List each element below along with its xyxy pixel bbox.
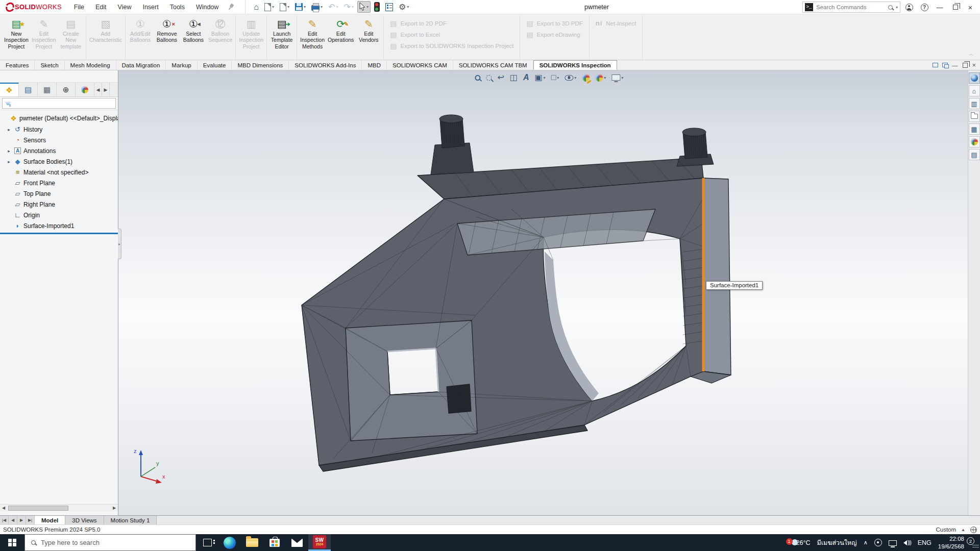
tree-item-history[interactable]: ▸↺History (0, 124, 118, 135)
graphics-viewport[interactable]: ↩◫A▣▾□▾▾▾▾ (118, 70, 968, 515)
solidworks-resources-button[interactable] (969, 72, 980, 84)
tab-solidworks-add-ins[interactable]: SOLIDWORKS Add-Ins (289, 60, 362, 70)
edit-operations-button[interactable]: ⟳✎Edit Operations (326, 16, 355, 43)
tab-solidworks-cam-tbm[interactable]: SOLIDWORKS CAM TBM (453, 60, 533, 70)
remove-balloons-button[interactable]: ①×Remove Balloons (154, 16, 180, 43)
tree-item-root[interactable]: ❖pwmeter (Default) <<Default>_Display (0, 112, 118, 124)
cascade-window-icon[interactable] (942, 63, 948, 67)
custom-properties-button[interactable]: ▤ (969, 149, 980, 160)
scroll-left-icon[interactable]: ◀ (0, 505, 7, 511)
3d-model[interactable] (118, 70, 968, 515)
expand-icon[interactable]: ▸ (6, 148, 12, 154)
tab-mbd-dimensions[interactable]: MBD Dimensions (232, 60, 289, 70)
bottom-tab-motion-study-1[interactable]: Motion Study 1 (104, 516, 157, 524)
edge-button[interactable] (218, 534, 241, 551)
bottom-tab-3d-views[interactable]: 3D Views (65, 516, 104, 524)
minimize-button[interactable]: — (933, 1, 946, 13)
scrollbar-thumb[interactable] (8, 506, 68, 511)
task-view-button[interactable] (196, 534, 218, 551)
home-button[interactable]: ⌂ (969, 85, 980, 96)
model-slot[interactable] (447, 384, 471, 413)
model-right-panel[interactable] (703, 178, 731, 375)
first-tab-icon[interactable]: |◀ (0, 516, 9, 524)
new-inspection-project-button[interactable]: ▤★New Inspection Project (3, 16, 30, 49)
model-knob-right[interactable] (677, 128, 714, 166)
hide-show-items-button[interactable]: ▾ (563, 74, 578, 82)
restore-button[interactable] (948, 1, 962, 13)
menu-edit[interactable]: Edit (90, 1, 112, 13)
prev-tab-icon[interactable]: ◀ (9, 516, 17, 524)
expand-icon[interactable]: ▸ (6, 159, 12, 164)
annotation-views-button[interactable]: A (522, 72, 531, 83)
pin-icon[interactable] (226, 2, 235, 11)
tree-filter-input[interactable] (2, 98, 116, 109)
launch-template-editor-button[interactable]: ▤➔Launch Template Editor (268, 16, 295, 49)
fm-tabs-scroll-left-icon[interactable]: ◀ (94, 83, 102, 96)
custom-view-label[interactable]: Custom (936, 527, 956, 533)
taskbar-search-box[interactable]: Type here to search (24, 534, 196, 551)
last-tab-icon[interactable]: ▶| (26, 516, 35, 524)
fm-tab-configuration-manager[interactable]: ▦ (38, 83, 57, 96)
apply-scene-button[interactable]: ▾ (594, 73, 607, 83)
help-button[interactable]: ? (918, 1, 931, 13)
design-library-button[interactable]: ▥ (969, 98, 980, 109)
tab-sketch[interactable]: Sketch (35, 60, 64, 70)
panel-splitter-handle[interactable]: ▸ (118, 229, 121, 259)
tab-evaluate[interactable]: Evaluate (198, 60, 232, 70)
section-view-button[interactable]: ◫ (508, 72, 519, 83)
solidworks-taskbar-button[interactable]: SW2024 (308, 534, 331, 551)
language-indicator[interactable]: ENG (918, 539, 932, 546)
tree-item-right-plane[interactable]: ▱Right Plane (0, 199, 118, 210)
options-button[interactable]: ⚙▾ (397, 2, 411, 13)
tab-mesh-modeling[interactable]: Mesh Modeling (65, 60, 116, 70)
fm-tab-part[interactable]: ❖ (0, 83, 19, 96)
select-balloons-button[interactable]: ①◄Select Balloons (180, 16, 207, 43)
zoom-fit-button[interactable] (473, 74, 482, 82)
doc-restore-button[interactable] (963, 63, 968, 68)
tab-mbd[interactable]: MBD (362, 60, 387, 70)
tree-item-surface-bodies-1[interactable]: ▸◆Surface Bodies(1) (0, 156, 118, 167)
clock[interactable]: 22:08 19/6/2568 (938, 535, 964, 550)
appearances-button[interactable] (969, 136, 980, 147)
properties-button[interactable] (383, 2, 395, 13)
expand-icon[interactable]: ▸ (6, 127, 12, 132)
tree-item-origin[interactable]: ∟Origin (0, 210, 118, 220)
tab-solidworks-cam[interactable]: SOLIDWORKS CAM (387, 60, 453, 70)
display-style-button[interactable]: □▾ (550, 72, 561, 83)
dropdown-icon[interactable]: ▾ (621, 76, 623, 80)
dropdown-icon[interactable]: ▾ (574, 76, 576, 80)
account-button[interactable] (902, 1, 916, 13)
dropdown-icon[interactable]: ▾ (544, 76, 546, 80)
globe-icon[interactable] (970, 527, 977, 533)
split-window-icon[interactable] (933, 63, 938, 67)
view-settings-button[interactable]: ▾ (610, 73, 625, 82)
menu-insert[interactable]: Insert (137, 1, 163, 13)
search-icon[interactable] (888, 5, 893, 10)
dropdown-icon[interactable]: ▾ (557, 76, 559, 80)
tray-expand-icon[interactable]: ∧ (864, 539, 868, 546)
doc-minimize-button[interactable]: — (952, 62, 958, 68)
fm-tab-display-manager[interactable] (76, 83, 94, 96)
menu-view[interactable]: View (113, 1, 137, 13)
tree-item-material-not-specified[interactable]: ≡Material <not specified> (0, 167, 118, 178)
tree-item-surface-imported1[interactable]: ◗Surface-Imported1 (0, 220, 118, 231)
edit-vendors-button[interactable]: ✎Edit Vendors (355, 16, 382, 43)
search-commands-box[interactable]: >_ Search Commands ▾ (802, 2, 900, 13)
search-dropdown-icon[interactable]: ▾ (896, 5, 898, 10)
next-tab-icon[interactable]: ▶ (17, 516, 26, 524)
tree-item-sensors[interactable]: ◔Sensors (0, 135, 118, 145)
tree-item-annotations[interactable]: ▸AAnnotations (0, 145, 118, 156)
fm-tab-dimxpert-manager[interactable]: ⊕ (57, 83, 76, 96)
menu-tools[interactable]: Tools (165, 1, 190, 13)
network-icon[interactable] (889, 540, 897, 546)
volume-icon[interactable]: ))) (903, 540, 911, 545)
menu-window[interactable]: Window (191, 1, 224, 13)
bottom-tab-model[interactable]: Model (35, 516, 65, 524)
mail-button[interactable] (286, 534, 308, 551)
interference-check-button[interactable] (372, 1, 382, 13)
status-up-icon[interactable]: ▲ (961, 528, 965, 532)
tree-item-top-plane[interactable]: ▱Top Plane (0, 188, 118, 199)
view-palette-button[interactable]: ▦ (969, 123, 980, 135)
tab-solidworks-inspection[interactable]: SOLIDWORKS Inspection (533, 60, 617, 70)
open-button[interactable]: ▾ (278, 2, 291, 13)
